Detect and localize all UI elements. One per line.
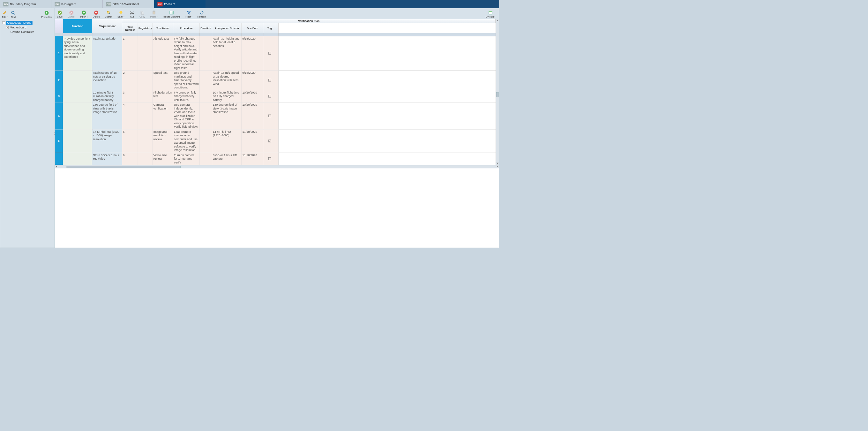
- cell-extra[interactable]: [276, 36, 278, 70]
- checkbox[interactable]: [268, 140, 271, 143]
- cell-tag[interactable]: [263, 36, 276, 70]
- cell-requirement[interactable]: 14 MP full HD (1920 x 1080) image resolu…: [92, 129, 122, 152]
- scroll-thumb[interactable]: [496, 92, 498, 97]
- table-row[interactable]: 1Provides convenient flying, aerial surv…: [55, 36, 496, 70]
- col-extra[interactable]: [276, 23, 278, 33]
- checkbox[interactable]: [268, 115, 271, 117]
- save-button[interactable]: Save: [57, 10, 63, 18]
- cell-due-date[interactable]: 10/20/2020: [242, 90, 263, 102]
- cell-requirement[interactable]: Attain 32' altitude: [92, 36, 122, 70]
- cell-function[interactable]: [63, 90, 92, 102]
- cell-acceptance[interactable]: 8 GB or 1 hour HD capture: [212, 153, 242, 165]
- table-row[interactable]: 4180 degree field of view with 3-axis im…: [55, 102, 496, 130]
- cell-regulatory[interactable]: [138, 102, 153, 129]
- freeze-button[interactable]: Freeze Columns: [163, 10, 180, 18]
- delete-button[interactable]: Delete: [93, 10, 100, 18]
- cell-requirement[interactable]: 180 degree field of view with 3-axis ima…: [92, 102, 122, 129]
- cell-test-number[interactable]: 6: [122, 153, 138, 165]
- edit-button[interactable]: Edit: [2, 10, 7, 19]
- col-function[interactable]: Function: [63, 19, 92, 33]
- col-tag[interactable]: Tag: [263, 23, 276, 33]
- cell-test-number[interactable]: 4: [122, 102, 138, 129]
- expand-icon[interactable]: +: [6, 26, 9, 29]
- cell-regulatory[interactable]: [138, 153, 153, 165]
- cell-duration[interactable]: [200, 90, 212, 102]
- cell-due-date[interactable]: 9/15/2020: [242, 36, 263, 70]
- cell-acceptance[interactable]: 10 minute flight time on fully charged b…: [212, 90, 242, 102]
- cell-requirement[interactable]: Attain speed of 18 m/s at 35 degree incl…: [92, 70, 122, 90]
- row-number[interactable]: 2: [55, 70, 63, 90]
- cell-requirement[interactable]: Store 8GB or 1 hour HD video: [92, 153, 122, 165]
- col-due-date[interactable]: Due Date: [242, 23, 263, 33]
- table-row[interactable]: 2Attain speed of 18 m/s at 35 degree inc…: [55, 70, 496, 90]
- cell-procedure[interactable]: Use ground markings and timer to verify …: [173, 70, 200, 90]
- checkbox[interactable]: [268, 79, 271, 82]
- insert-button[interactable]: Insert: [80, 10, 87, 18]
- cell-function[interactable]: [63, 70, 92, 90]
- tree-ground-controller[interactable]: Ground Controller: [2, 30, 53, 34]
- col-acceptance[interactable]: Acceptance Criteria: [212, 23, 242, 33]
- cell-test-name[interactable]: Flight duration test: [153, 90, 173, 102]
- cell-tag[interactable]: [263, 153, 276, 165]
- col-procedure[interactable]: Procedure: [173, 23, 200, 33]
- cell-duration[interactable]: [200, 102, 212, 129]
- tab-boundary-diagram[interactable]: BD Boundary Diagram: [0, 0, 51, 8]
- filter-button[interactable]: Filter: [185, 10, 192, 18]
- cell-test-number[interactable]: 3: [122, 90, 138, 102]
- row-number[interactable]: 3: [55, 90, 63, 102]
- cell-tag[interactable]: [263, 129, 276, 152]
- cell-due-date[interactable]: 9/15/2020: [242, 70, 263, 90]
- table-row[interactable]: 514 MP full HD (1920 x 1080) image resol…: [55, 129, 496, 153]
- cell-tag[interactable]: [263, 102, 276, 129]
- cut-button[interactable]: Cut: [130, 10, 134, 18]
- col-test-name[interactable]: Test Name: [153, 23, 173, 33]
- col-duration[interactable]: Duration: [200, 23, 212, 33]
- cell-tag[interactable]: [263, 70, 276, 90]
- scroll-down-icon[interactable]: ▼: [496, 162, 499, 165]
- cell-test-name[interactable]: Image and resolution review: [153, 129, 173, 152]
- properties-button[interactable]: Properties: [41, 10, 52, 19]
- search-button[interactable]: Search: [105, 10, 112, 18]
- collapse-icon[interactable]: −: [2, 21, 5, 24]
- cell-extra[interactable]: [276, 129, 278, 152]
- cell-function[interactable]: [63, 129, 92, 152]
- hscroll-thumb[interactable]: [67, 166, 181, 168]
- scroll-right-icon[interactable]: ▶: [496, 166, 499, 167]
- cell-test-number[interactable]: 2: [122, 70, 138, 90]
- cell-extra[interactable]: [276, 102, 278, 129]
- cell-procedure[interactable]: Turn on camera for 1 hour and verify: [173, 153, 200, 165]
- cell-acceptance[interactable]: Attain 32' height and hold for at least …: [212, 36, 242, 70]
- checkbox[interactable]: [268, 157, 271, 160]
- cell-duration[interactable]: [200, 70, 212, 90]
- paste-button[interactable]: Paste: [150, 10, 158, 18]
- tab-dfmea-worksheet[interactable]: DW DFMEA Worksheet: [103, 0, 154, 8]
- cell-procedure[interactable]: Fly fully charged drone to max height an…: [173, 36, 200, 70]
- col-test-number[interactable]: Test Number: [122, 23, 138, 33]
- col-regulatory[interactable]: Regulatory: [138, 23, 153, 33]
- cell-procedure[interactable]: Use camera independently. Zoom and focus…: [173, 102, 200, 129]
- cell-extra[interactable]: [276, 70, 278, 90]
- cell-test-number[interactable]: 1: [122, 36, 138, 70]
- col-requirement[interactable]: Requirement: [92, 19, 122, 33]
- cell-acceptance[interactable]: Attain 18 m/s speed at 35 degree inclina…: [212, 70, 242, 90]
- cell-test-name[interactable]: Camera verification: [153, 102, 173, 129]
- cell-procedure[interactable]: Load camera images onto computer and use…: [173, 129, 200, 152]
- horizontal-scrollbar[interactable]: ◀ ▶: [55, 165, 499, 168]
- checkbox[interactable]: [268, 52, 271, 55]
- cell-regulatory[interactable]: [138, 36, 153, 70]
- row-number[interactable]: [55, 153, 63, 165]
- cell-duration[interactable]: [200, 153, 212, 165]
- cell-procedure[interactable]: Fly drone on fully charged battery until…: [173, 90, 200, 102]
- copy-button[interactable]: Copy: [140, 10, 145, 18]
- filter-row[interactable]: [55, 33, 496, 36]
- cell-test-number[interactable]: 5: [122, 129, 138, 152]
- cell-function[interactable]: Provides convenient flying, aerial surve…: [63, 36, 92, 70]
- tree-motherboard[interactable]: + Motherboard: [2, 25, 53, 30]
- cell-due-date[interactable]: 11/10/2020: [242, 129, 263, 152]
- dvpr-menu-button[interactable]: DVP&R: [486, 10, 495, 18]
- cell-regulatory[interactable]: [138, 90, 153, 102]
- tree-root[interactable]: − Quadcopter Drone: [2, 20, 53, 25]
- checkbox[interactable]: [268, 95, 271, 97]
- cell-extra[interactable]: [276, 153, 278, 165]
- cell-acceptance[interactable]: 14 MP full HD (1920x1080): [212, 129, 242, 152]
